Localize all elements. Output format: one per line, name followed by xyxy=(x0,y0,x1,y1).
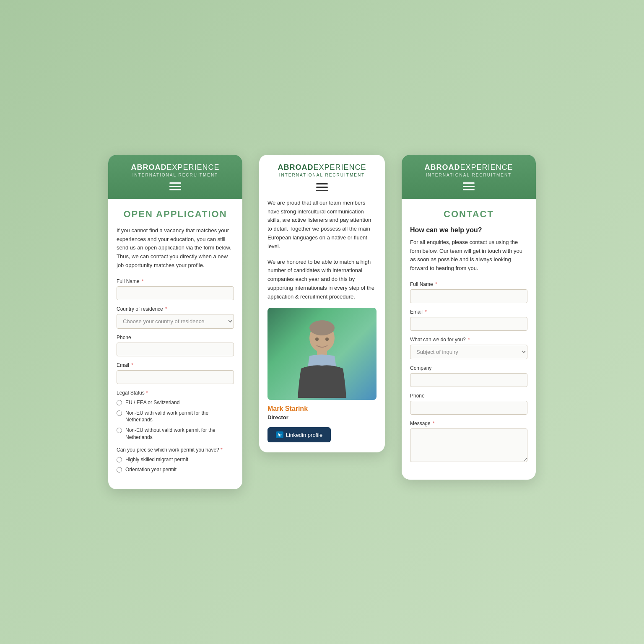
country-select[interactable]: Choose your country of residence xyxy=(117,314,234,329)
left-phone-input[interactable] xyxy=(117,343,234,356)
left-brand-subtitle: International Recruitment xyxy=(132,173,218,177)
legal-option-2: Non-EU with valid work permit for the Ne… xyxy=(117,410,234,424)
about-card: ABROADEXPERIENCE International Recruitme… xyxy=(259,155,385,453)
left-body: OPEN APPLICATION If you cannot find a va… xyxy=(108,199,242,490)
right-phone-group: Phone xyxy=(410,393,527,415)
svg-point-1 xyxy=(309,320,335,335)
middle-hamburger-icon[interactable] xyxy=(316,183,328,191)
middle-body: We are proud that all our team members h… xyxy=(259,195,385,453)
country-label: Country of residence * xyxy=(117,306,234,312)
linkedin-button[interactable]: in Linkedin profile xyxy=(267,427,331,442)
legal-radio-1[interactable] xyxy=(117,400,122,405)
right-header: ABROADEXPERIENCE International Recruitme… xyxy=(402,155,536,199)
right-phone-input[interactable] xyxy=(410,401,527,415)
contact-heading: How can we help you? xyxy=(410,226,527,234)
phone-label: Phone xyxy=(117,335,234,340)
about-text-2: We are honored to be able to match a hig… xyxy=(267,258,377,301)
left-header: ABROADEXPERIENCE International Recruitme… xyxy=(108,155,242,199)
right-message-textarea[interactable] xyxy=(410,428,527,462)
right-brand-subtitle: International Recruitment xyxy=(426,173,512,177)
right-brand-name: ABROADEXPERIENCE xyxy=(424,163,513,172)
open-application-card: ABROADEXPERIENCE International Recruitme… xyxy=(108,155,242,490)
work-permit-radio-1[interactable] xyxy=(117,457,122,462)
right-company-label: Company xyxy=(410,365,527,371)
contact-description: For all enquiries, please contact us usi… xyxy=(410,238,527,273)
right-phone-label: Phone xyxy=(410,393,527,399)
left-brand-logo: ABROADEXPERIENCE International Recruitme… xyxy=(131,163,219,177)
email-group: Email * xyxy=(117,362,234,384)
work-permit-label: Can you precise which work permit you ha… xyxy=(117,447,234,453)
legal-status-label: Legal Status * xyxy=(117,390,234,396)
right-message-label: Message * xyxy=(410,421,527,426)
full-name-label: Full Name * xyxy=(117,278,234,284)
work-permit-option-2: Orientation year permit xyxy=(117,466,234,473)
legal-option-1: EU / EEA or Switzerland xyxy=(117,399,234,406)
work-permit-option-1: Highly skilled migrant permit xyxy=(117,456,234,463)
phone-group: Phone xyxy=(117,335,234,356)
contact-title: CONTACT xyxy=(410,209,527,220)
open-application-description: If you cannot find a vacancy that matche… xyxy=(117,226,234,270)
person-title: Director xyxy=(267,414,377,421)
right-email-group: Email * xyxy=(410,309,527,331)
left-hamburger-icon[interactable] xyxy=(169,182,181,190)
email-label: Email * xyxy=(117,362,234,368)
left-email-input[interactable] xyxy=(117,370,234,384)
middle-brand-subtitle: International Recruitment xyxy=(279,173,365,177)
middle-header: ABROADEXPERIENCE International Recruitme… xyxy=(259,155,385,195)
right-full-name-label: Full Name * xyxy=(410,281,527,287)
right-what-group: What can we do for you? * Subject of inq… xyxy=(410,337,527,359)
legal-status-group: Legal Status * EU / EEA or Switzerland N… xyxy=(117,390,234,441)
right-company-group: Company xyxy=(410,365,527,387)
contact-card: ABROADEXPERIENCE International Recruitme… xyxy=(402,155,536,480)
linkedin-icon: in xyxy=(276,431,283,438)
country-group: Country of residence * Choose your count… xyxy=(117,306,234,329)
svg-point-4 xyxy=(325,338,329,341)
about-text-1: We are proud that all our team members h… xyxy=(267,199,377,251)
right-body: CONTACT How can we help you? For all enq… xyxy=(402,199,536,480)
right-what-label: What can we do for you? * xyxy=(410,337,527,343)
left-full-name-input[interactable] xyxy=(117,286,234,300)
linkedin-label: Linkedin profile xyxy=(286,432,322,438)
work-permit-group: Can you precise which work permit you ha… xyxy=(117,447,234,474)
right-message-group: Message * xyxy=(410,421,527,464)
right-email-label: Email * xyxy=(410,309,527,315)
middle-brand-name: ABROADEXPERIENCE xyxy=(278,163,366,172)
legal-option-3: Non-EU without valid work permit for the… xyxy=(117,427,234,441)
right-brand-logo: ABROADEXPERIENCE International Recruitme… xyxy=(424,163,513,177)
right-email-input[interactable] xyxy=(410,317,527,331)
middle-brand-logo: ABROADEXPERIENCE International Recruitme… xyxy=(278,163,366,177)
person-image xyxy=(267,308,377,400)
right-full-name-group: Full Name * xyxy=(410,281,527,303)
full-name-group: Full Name * xyxy=(117,278,234,300)
work-permit-radio-2[interactable] xyxy=(117,467,122,473)
page-wrapper: ABROADEXPERIENCE International Recruitme… xyxy=(91,121,553,523)
svg-point-3 xyxy=(315,338,319,341)
subject-select[interactable]: Subject of inquiry xyxy=(410,345,527,359)
left-brand-name: ABROADEXPERIENCE xyxy=(131,163,219,172)
right-company-input[interactable] xyxy=(410,373,527,387)
person-name: Mark Starink xyxy=(267,405,377,413)
right-hamburger-icon[interactable] xyxy=(463,182,475,190)
legal-radio-2[interactable] xyxy=(117,410,122,416)
right-full-name-input[interactable] xyxy=(410,289,527,303)
legal-radio-3[interactable] xyxy=(117,428,122,433)
open-application-title: OPEN APPLICATION xyxy=(117,209,234,220)
person-silhouette-svg xyxy=(288,316,356,400)
